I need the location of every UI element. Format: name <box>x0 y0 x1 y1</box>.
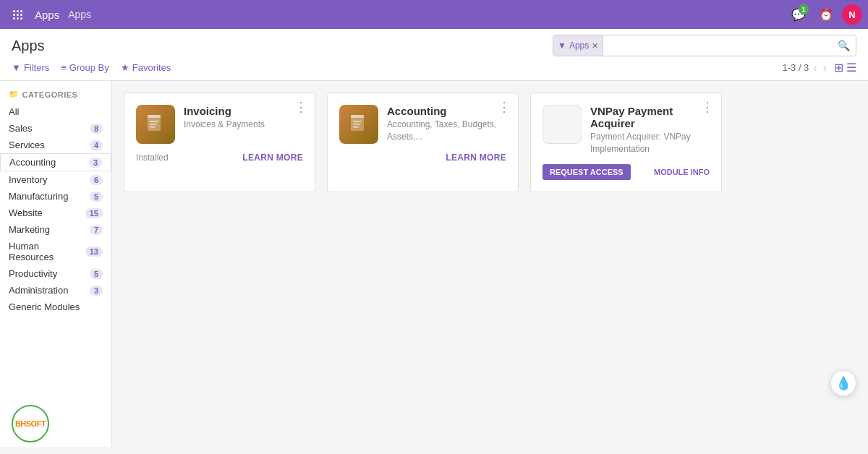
sidebar-item-label: Manufacturing <box>9 191 68 202</box>
content-area: ⋮ Invoicing Invoices & Payments Installe… <box>112 81 868 447</box>
request-access-button[interactable]: REQUEST ACCESS <box>542 164 631 180</box>
app-info: Invoicing Invoices & Payments <box>184 105 265 131</box>
app-desc: Payment Acquirer: VNPay Implementation <box>590 131 710 155</box>
svg-rect-9 <box>353 127 359 128</box>
svg-rect-3 <box>150 124 157 125</box>
top-nav-app-title[interactable]: Apps <box>35 9 59 21</box>
svg-rect-6 <box>351 115 364 118</box>
helper-button[interactable]: 💧 <box>830 370 856 396</box>
sidebar-item-sales[interactable]: Sales8 <box>0 120 111 137</box>
pagination-next[interactable]: › <box>822 61 828 74</box>
sidebar-item-label: Website <box>9 207 43 218</box>
app-name: VNPay Payment Acquirer <box>590 105 710 129</box>
sidebar-item-count: 13 <box>85 247 103 257</box>
app-card: ⋮ Accounting Accounting, Taxes, Budgets,… <box>327 93 519 192</box>
sidebar-item-label: Sales <box>9 123 33 134</box>
sidebar-item-manufacturing[interactable]: Manufacturing5 <box>0 188 111 205</box>
sidebar-item-count: 5 <box>90 192 103 202</box>
sidebar-item-label: Accounting <box>9 157 56 168</box>
app-desc: Invoices & Payments <box>184 119 265 131</box>
search-submit-icon[interactable]: 🔍 <box>832 40 856 51</box>
app-info: VNPay Payment Acquirer Payment Acquirer:… <box>590 105 710 155</box>
sidebar-item-label: All <box>9 106 19 117</box>
search-bar: ▼ Apps ✕ 🔍 <box>553 35 856 56</box>
app-card-header: VNPay Payment Acquirer Payment Acquirer:… <box>542 105 710 155</box>
sidebar-item-count: 6 <box>90 175 103 185</box>
sidebar-item-productivity[interactable]: Productivity5 <box>0 265 111 282</box>
svg-rect-1 <box>148 115 161 118</box>
learn-more-button[interactable]: LEARN MORE <box>242 153 303 163</box>
pagination-prev[interactable]: ‹ <box>812 61 818 74</box>
chat-icon[interactable]: 💬 1 <box>787 3 810 26</box>
sidebar-item-marketing[interactable]: Marketing7 <box>0 221 111 238</box>
logo-circle: BHSOFT <box>12 405 49 442</box>
app-card: ⋮ Invoicing Invoices & Payments Installe… <box>124 93 315 192</box>
app-card: ⋮ VNPay Payment Acquirer Payment Acquire… <box>530 93 722 192</box>
sidebar-item-label: Services <box>9 140 45 150</box>
app-card-menu[interactable]: ⋮ <box>498 100 511 113</box>
kanban-view-btn[interactable]: ⊞ <box>834 61 843 74</box>
svg-rect-8 <box>353 124 360 125</box>
pagination: 1-3 / 3 ‹ › <box>782 61 828 74</box>
app-icon <box>136 105 175 144</box>
sidebar-item-count: 8 <box>90 124 103 134</box>
clock-icon[interactable]: ⏰ <box>814 3 838 26</box>
toolbar-right: 1-3 / 3 ‹ › ⊞ ☰ <box>782 61 856 74</box>
top-nav: Apps Apps 💬 1 ⏰ N <box>0 0 868 29</box>
app-card-header: Invoicing Invoices & Payments <box>136 105 303 144</box>
chat-badge: 1 <box>799 4 809 14</box>
filters-button[interactable]: ▼ Filters <box>12 62 49 73</box>
learn-more-button[interactable]: LEARN MORE <box>446 153 506 163</box>
sidebar-item-label: Human Resources <box>9 241 85 262</box>
sidebar-item-label: Inventory <box>9 174 47 185</box>
app-name: Accounting <box>387 105 506 117</box>
app-card-footer: InstalledLEARN MORE <box>136 153 303 163</box>
sidebar-item-label: Marketing <box>9 224 50 235</box>
sidebar-item-label: Administration <box>9 285 68 296</box>
sidebar-item-count: 4 <box>90 140 103 150</box>
search-filter-tag[interactable]: ▼ Apps ✕ <box>553 35 603 56</box>
star-icon: ★ <box>121 62 129 73</box>
list-view-btn[interactable]: ☰ <box>846 61 856 74</box>
page-title: Apps <box>12 38 553 54</box>
sidebar: 📁 CATEGORIES AllSales8Services4Accountin… <box>0 81 112 447</box>
app-card-footer: LEARN MORE <box>339 153 506 163</box>
top-nav-breadcrumb[interactable]: Apps <box>68 9 91 20</box>
apps-grid: ⋮ Invoicing Invoices & Payments Installe… <box>124 93 856 192</box>
sidebar-item-website[interactable]: Website15 <box>0 205 111 221</box>
main-layout: 📁 CATEGORIES AllSales8Services4Accountin… <box>0 81 868 447</box>
app-name: Invoicing <box>184 105 265 117</box>
sidebar-item-services[interactable]: Services4 <box>0 137 111 153</box>
svg-rect-4 <box>150 127 156 128</box>
filter-icon: ▼ <box>558 40 566 51</box>
sidebar-item-label: Productivity <box>9 268 57 279</box>
grid-menu-icon[interactable] <box>6 3 29 26</box>
sidebar-item-generic-modules[interactable]: Generic Modules <box>0 299 111 315</box>
svg-rect-7 <box>353 121 362 122</box>
app-info: Accounting Accounting, Taxes, Budgets, A… <box>387 105 506 143</box>
search-tag-close[interactable]: ✕ <box>592 41 598 51</box>
app-card-menu[interactable]: ⋮ <box>294 100 307 113</box>
search-input[interactable] <box>603 35 832 56</box>
favorites-button[interactable]: ★ Favorites <box>121 62 171 73</box>
module-info-button[interactable]: MODULE INFO <box>654 168 710 176</box>
sidebar-item-all[interactable]: All <box>0 103 111 120</box>
sidebar-item-human-resources[interactable]: Human Resources13 <box>0 238 111 265</box>
folder-icon: 📁 <box>9 90 20 99</box>
toolbar: ▼ Filters ≡ Group By ★ Favorites 1-3 / 3… <box>12 61 856 74</box>
avatar[interactable]: N <box>842 4 862 25</box>
sidebar-item-count: 3 <box>90 286 103 296</box>
group-by-label: Group By <box>69 62 109 73</box>
app-status: Installed <box>136 153 169 163</box>
app-icon <box>339 105 378 144</box>
sidebar-item-inventory[interactable]: Inventory6 <box>0 171 111 188</box>
app-desc: Accounting, Taxes, Budgets, Assets,... <box>387 119 506 143</box>
toolbar-left: ▼ Filters ≡ Group By ★ Favorites <box>12 62 171 73</box>
app-card-footer: REQUEST ACCESSMODULE INFO <box>542 164 710 180</box>
app-card-menu[interactable]: ⋮ <box>701 100 714 113</box>
filters-label: Filters <box>24 62 49 73</box>
sidebar-item-accounting[interactable]: Accounting3 <box>0 153 111 171</box>
group-by-button[interactable]: ≡ Group By <box>61 62 109 73</box>
sidebar-item-count: 7 <box>90 225 103 235</box>
sidebar-item-administration[interactable]: Administration3 <box>0 282 111 299</box>
